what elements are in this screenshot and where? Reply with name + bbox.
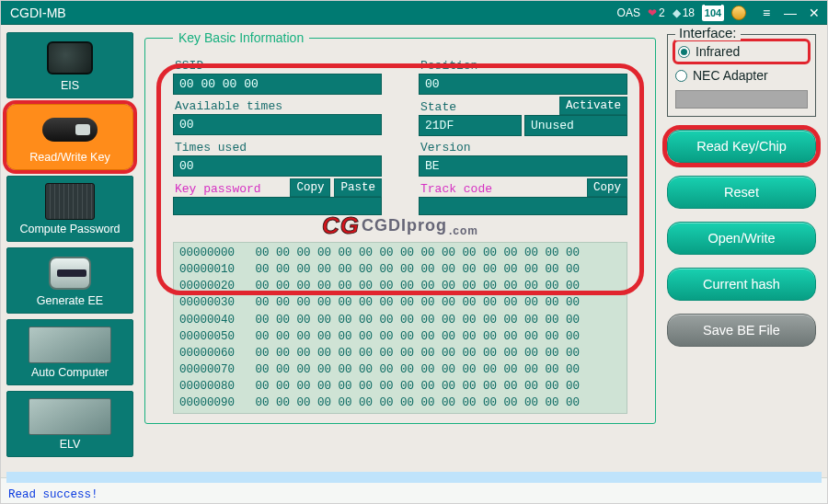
sidebar-item-label: Compute Password — [19, 223, 120, 235]
field-available-times: Available times 00 — [173, 97, 382, 136]
sidebar-item-label: EIS — [61, 79, 79, 92]
sidebar-item-label: ELV — [60, 438, 81, 451]
field-state: State Activate 21DF Unused — [419, 97, 627, 136]
ruby-value: 2 — [659, 6, 665, 19]
sidebar-item-generate-ee[interactable]: Generate EE — [6, 247, 133, 314]
printer-icon — [49, 257, 91, 290]
copy-button[interactable]: Copy — [290, 178, 330, 197]
current-hash-button[interactable]: Current hash — [667, 268, 816, 301]
sidebar-item-label: Generate EE — [37, 294, 103, 307]
footer: Read success! — [1, 477, 827, 503]
state-status[interactable]: Unused — [524, 115, 627, 136]
ssid-label: SSID — [173, 56, 382, 74]
interface-highlight: Infrared — [673, 39, 811, 64]
elv-icon — [29, 398, 111, 435]
progress-bar — [6, 472, 822, 483]
ecu-icon — [29, 326, 111, 363]
field-track-code: Track code Copy — [419, 178, 627, 215]
field-key-password: Key password Copy Paste — [173, 178, 382, 215]
app-title: CGDI-MB — [10, 6, 66, 20]
header-status-area: OAS ❤ 2 ◆ 18 104 — [617, 5, 746, 21]
field-ssid: SSID 00 00 00 00 — [173, 56, 382, 95]
field-times-used: Times used 00 — [173, 138, 382, 177]
reset-button[interactable]: Reset — [667, 176, 816, 209]
position-value[interactable]: 00 — [419, 74, 627, 95]
times-used-value[interactable]: 00 — [173, 155, 382, 177]
diamond-icon: ◆ — [673, 6, 681, 19]
ruby-icon: ❤ — [648, 6, 657, 19]
sidebar-item-elv[interactable]: ELV — [6, 391, 133, 457]
radio-dot-icon — [675, 70, 687, 82]
ssid-value[interactable]: 00 00 00 00 — [173, 74, 382, 95]
radio-nec-label: NEC Adapter — [693, 68, 768, 83]
radio-infrared-label: Infrared — [696, 44, 740, 59]
calendar-value: 104 — [705, 7, 721, 18]
sidebar-item-compute-password[interactable]: Compute Password — [6, 176, 133, 242]
diamond-value: 18 — [683, 6, 695, 19]
field-version: Version BE — [419, 138, 627, 177]
read-key-chip-button[interactable]: Read Key/Chip — [667, 130, 816, 163]
watermark: CG CGDIprog .com — [173, 212, 627, 240]
sidebar-item-label: Read/Write Key — [29, 151, 109, 164]
status-text: Read success! — [8, 488, 98, 501]
paste-button[interactable]: Paste — [334, 178, 382, 197]
position-label: Position — [419, 56, 627, 74]
radio-infrared[interactable]: Infrared — [678, 42, 805, 61]
hex-dump[interactable]: 00000000 00 00 00 00 00 00 00 00 00 00 0… — [173, 242, 627, 414]
field-position: Position 00 — [419, 56, 627, 95]
watermark-text: CGDIprog — [362, 216, 447, 235]
watermark-logo: CG — [322, 212, 360, 240]
save-be-file-button[interactable]: Save BE File — [667, 314, 816, 347]
center-pane: Key Basic Information SSID 00 00 00 00 P… — [139, 25, 663, 477]
sidebar: EIS Read/Write Key Compute Password Gene… — [1, 25, 139, 477]
kbi-legend: Key Basic Information — [173, 30, 309, 45]
oas-label: OAS — [617, 6, 640, 19]
track-code-value[interactable] — [419, 197, 627, 215]
coin-icon[interactable] — [731, 6, 746, 20]
times-used-label: Times used — [173, 138, 382, 155]
sidebar-item-auto-computer[interactable]: Auto Computer — [6, 319, 133, 385]
track-copy-button[interactable]: Copy — [587, 178, 627, 197]
available-times-value[interactable]: 00 — [173, 114, 382, 135]
window-controls: ≡ — ✕ — [759, 6, 822, 20]
sidebar-item-label: Auto Computer — [31, 366, 109, 379]
radio-dot-icon — [678, 46, 690, 58]
menu-icon[interactable]: ≡ — [759, 6, 774, 20]
key-icon — [42, 118, 98, 142]
watermark-dotcom: .com — [449, 224, 478, 237]
version-value[interactable]: BE — [419, 155, 627, 177]
radio-nec-adapter[interactable]: NEC Adapter — [675, 66, 808, 85]
right-pane: Interface: Infrared NEC Adapter Read Key… — [663, 25, 827, 477]
interface-title: Interface: — [675, 25, 741, 40]
key-basic-info-group: Key Basic Information SSID 00 00 00 00 P… — [144, 30, 656, 424]
minimize-icon[interactable]: — — [783, 6, 798, 20]
chip-icon — [45, 183, 95, 220]
sidebar-item-eis[interactable]: EIS — [6, 32, 133, 98]
interface-group: Interface: Infrared NEC Adapter — [667, 34, 816, 117]
diamond-count: ◆ 18 — [673, 6, 695, 19]
key-password-label: Key password — [173, 179, 263, 197]
activate-button[interactable]: Activate — [559, 97, 627, 115]
state-label: State — [419, 97, 458, 115]
titlebar: CGDI-MB OAS ❤ 2 ◆ 18 104 ≡ — ✕ — [1, 1, 827, 25]
eis-icon — [47, 41, 93, 74]
available-times-label: Available times — [173, 97, 382, 114]
version-label: Version — [419, 138, 627, 155]
interface-disabled-field — [675, 90, 808, 109]
ruby-count: ❤ 2 — [648, 6, 665, 19]
open-write-button[interactable]: Open/Write — [667, 222, 816, 255]
state-value[interactable]: 21DF — [419, 115, 522, 136]
calendar-badge[interactable]: 104 — [702, 5, 724, 21]
sidebar-item-read-write-key[interactable]: Read/Write Key — [6, 104, 133, 170]
close-icon[interactable]: ✕ — [807, 6, 822, 20]
track-code-label: Track code — [419, 179, 494, 197]
